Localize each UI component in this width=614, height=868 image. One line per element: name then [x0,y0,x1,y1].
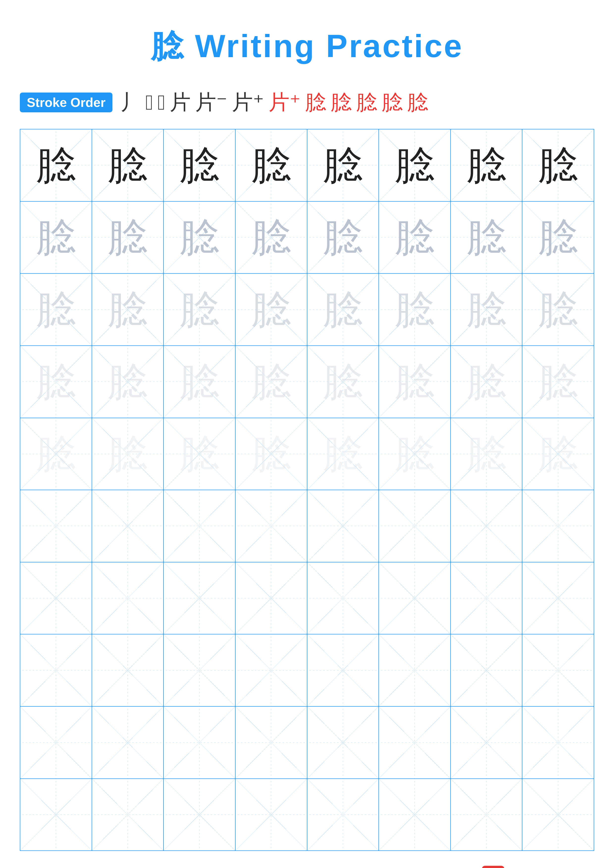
grid-cell[interactable] [20,707,92,778]
grid-cell[interactable] [92,707,164,778]
grid-cell[interactable] [451,490,522,562]
grid-cell[interactable] [307,563,379,634]
grid-cell[interactable] [379,563,451,634]
grid-cell[interactable] [236,707,307,778]
practice-grid: 腍腍腍腍腍腍腍腍腍腍腍腍腍腍腍腍腍腍腍腍腍腍腍腍腍腍腍腍腍腍腍腍腍腍腍腍腍腍腍腍 [20,129,594,851]
grid-row: 腍腍腍腍腍腍腍腍 [20,418,594,490]
grid-cell[interactable] [20,563,92,634]
cell-character: 腍 [108,146,148,185]
grid-cell[interactable] [522,563,594,634]
cell-character: 腍 [180,217,219,257]
grid-cell[interactable]: 腍 [307,202,379,273]
grid-cell[interactable]: 腍 [20,129,92,201]
grid-cell[interactable]: 腍 [307,346,379,418]
grid-cell[interactable]: 腍 [379,202,451,273]
grid-row [20,707,594,779]
grid-cell[interactable]: 腍 [164,129,236,201]
grid-cell[interactable] [20,634,92,706]
grid-cell[interactable] [522,634,594,706]
grid-cell[interactable]: 腍 [236,202,307,273]
grid-cell[interactable] [379,779,451,851]
stroke-sequence: 丿 𠃌 𠃊 片 片⁻ 片⁺ 片⁺ 腍 腍 腍 腍 腍 [120,88,428,116]
grid-cell[interactable] [236,634,307,706]
grid-cell[interactable]: 腍 [379,274,451,346]
grid-cell[interactable] [164,634,236,706]
grid-cell[interactable]: 腍 [92,129,164,201]
grid-cell[interactable] [307,707,379,778]
grid-cell[interactable]: 腍 [307,129,379,201]
stroke-7: 片⁺ [269,88,301,116]
grid-cell[interactable] [451,634,522,706]
grid-cell[interactable] [451,563,522,634]
grid-cell[interactable] [20,490,92,562]
grid-cell[interactable] [92,779,164,851]
grid-cell[interactable]: 腍 [451,202,522,273]
cell-character: 腍 [323,146,362,185]
grid-cell[interactable] [522,490,594,562]
grid-cell[interactable]: 腍 [236,274,307,346]
grid-cell[interactable]: 腍 [20,202,92,273]
grid-cell[interactable]: 腍 [522,202,594,273]
grid-cell[interactable] [379,634,451,706]
grid-cell[interactable] [307,490,379,562]
grid-cell[interactable] [164,490,236,562]
grid-cell[interactable]: 腍 [307,274,379,346]
cell-character: 腍 [538,434,578,474]
grid-cell[interactable]: 腍 [451,346,522,418]
grid-cell[interactable] [522,707,594,778]
stroke-8: 腍 [305,88,326,116]
grid-row [20,490,594,563]
grid-cell[interactable] [451,779,522,851]
grid-cell[interactable] [451,707,522,778]
grid-cell[interactable] [379,707,451,778]
grid-cell[interactable]: 腍 [236,418,307,490]
grid-cell[interactable]: 腍 [20,274,92,346]
cell-character: 腍 [252,217,291,257]
grid-cell[interactable]: 腍 [20,418,92,490]
grid-cell[interactable]: 腍 [164,346,236,418]
grid-cell[interactable]: 腍 [522,346,594,418]
grid-cell[interactable] [307,779,379,851]
grid-cell[interactable] [522,779,594,851]
grid-cell[interactable]: 腍 [164,202,236,273]
page: 腍 Writing Practice Stroke Order 丿 𠃌 𠃊 片 … [0,0,614,868]
cell-character: 腍 [466,434,506,474]
cell-character: 腍 [395,146,434,185]
grid-cell[interactable] [236,779,307,851]
grid-cell[interactable] [164,707,236,778]
grid-cell[interactable] [236,490,307,562]
grid-cell[interactable]: 腍 [236,346,307,418]
grid-cell[interactable]: 腍 [20,346,92,418]
grid-cell[interactable]: 腍 [236,129,307,201]
grid-cell[interactable] [164,563,236,634]
cell-character: 腍 [36,146,76,185]
grid-cell[interactable]: 腍 [164,418,236,490]
grid-cell[interactable] [236,563,307,634]
grid-cell[interactable]: 腍 [164,274,236,346]
grid-cell[interactable]: 腍 [451,274,522,346]
cell-character: 腍 [395,362,434,401]
grid-cell[interactable]: 腍 [379,346,451,418]
grid-cell[interactable]: 腍 [522,129,594,201]
grid-row: 腍腍腍腍腍腍腍腍 [20,129,594,202]
grid-cell[interactable]: 腍 [307,418,379,490]
grid-cell[interactable]: 腍 [451,129,522,201]
grid-cell[interactable] [307,634,379,706]
stroke-order-badge: Stroke Order [20,93,112,112]
grid-row [20,634,594,707]
grid-cell[interactable]: 腍 [92,418,164,490]
grid-cell[interactable]: 腍 [522,418,594,490]
grid-cell[interactable]: 腍 [92,346,164,418]
grid-cell[interactable]: 腍 [379,129,451,201]
grid-cell[interactable]: 腍 [92,274,164,346]
grid-cell[interactable]: 腍 [379,418,451,490]
grid-cell[interactable]: 腍 [92,202,164,273]
grid-cell[interactable]: 腍 [522,274,594,346]
grid-cell[interactable] [20,779,92,851]
grid-cell[interactable]: 腍 [451,418,522,490]
grid-cell[interactable] [92,490,164,562]
grid-cell[interactable] [379,490,451,562]
grid-cell[interactable] [92,563,164,634]
grid-cell[interactable] [164,779,236,851]
grid-cell[interactable] [92,634,164,706]
